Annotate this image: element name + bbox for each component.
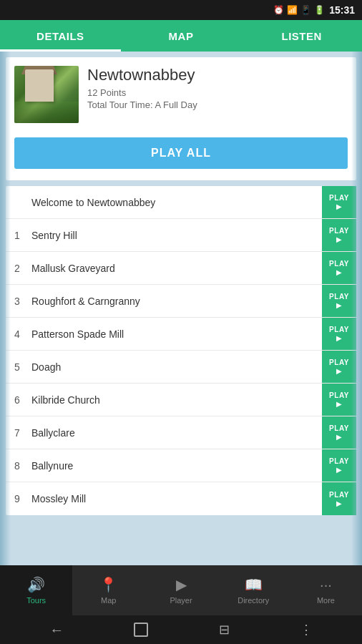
tour-points: 12 Points [87,87,348,98]
item-name: Doagh [31,361,316,373]
play-button-label: PLAY [329,260,349,268]
tour-list-item: 4Patterson Spade MillPLAY▶ [6,318,356,351]
recent-apps-button[interactable]: ⊟ [219,622,230,638]
item-number: 7 [14,427,31,439]
tour-list-item: 6Kilbride ChurchPLAY▶ [6,384,356,416]
item-number: 1 [14,230,31,241]
play-triangle-icon: ▶ [336,301,342,309]
play-triangle-icon: ▶ [336,466,342,474]
item-name: Ballyclare [31,427,316,439]
more-label: More [317,596,335,605]
directory-label: Directory [238,596,269,605]
item-number: 9 [14,493,31,504]
tour-header-card: Newtownabbey 12 Points Total Tour Time: … [6,57,356,180]
options-button[interactable]: ⋮ [300,622,313,638]
item-number: 2 [14,263,31,274]
play-button-label: PLAY [329,227,349,235]
play-triangle-icon: ▶ [336,499,342,507]
bg-right [351,52,362,565]
tour-thumbnail [14,66,79,123]
play-triangle-icon: ▶ [336,235,342,243]
play-icon: ▶ [176,576,187,593]
tour-list-item: Welcome to NewtownabbeyPLAY▶ [6,186,356,219]
tour-list-item: 5DoaghPLAY▶ [6,351,356,384]
map-label: Map [101,596,116,605]
alarm-icon: ⏰ [273,5,284,15]
play-button-label: PLAY [329,358,349,366]
play-button-label: PLAY [329,293,349,301]
tab-listen[interactable]: LISTEN [241,20,362,52]
play-button-label: PLAY [329,326,349,333]
bottom-navigation: 🔊 Tours 📍 Map ▶ Player 📖 Directory ··· M… [0,565,362,615]
play-all-container: PLAY ALL [6,132,356,180]
play-triangle-icon: ▶ [336,203,342,210]
back-button[interactable]: ← [49,622,64,638]
tour-list-item: 3Roughfort & CarngrannyPLAY▶ [6,285,356,318]
play-all-button[interactable]: PLAY ALL [14,137,348,169]
building-decoration [21,66,57,74]
book-icon: 📖 [245,576,263,593]
player-label: Player [170,596,192,605]
item-name: Kilbride Church [31,394,316,406]
play-button-label: PLAY [329,457,349,465]
item-name: Patterson Spade Mill [31,328,316,340]
bg-left [0,52,11,565]
tour-title: Newtownabbey [87,66,348,84]
tour-list: Welcome to NewtownabbeyPLAY▶1Sentry Hill… [6,186,356,515]
play-button-label: PLAY [329,194,349,202]
system-navigation: ← ⊟ ⋮ [0,615,362,644]
bottom-nav-directory[interactable]: 📖 Directory [217,565,290,615]
battery-icon: 🔋 [314,5,325,15]
bottom-nav-map[interactable]: 📍 Map [72,565,145,615]
status-icons: ⏰ 📶 📱 🔋 [273,5,325,15]
play-triangle-icon: ▶ [336,400,342,408]
item-number: 5 [14,361,31,373]
tour-list-item: 1Sentry HillPLAY▶ [6,219,356,252]
tour-list-item: 2Mallusk GraveyardPLAY▶ [6,252,356,285]
tour-list-item: 9Mossley MillPLAY▶ [6,482,356,515]
wifi-icon: 📶 [287,5,298,15]
item-number: 8 [14,460,31,472]
bottom-nav-tours[interactable]: 🔊 Tours [0,565,72,615]
play-button-label: PLAY [329,424,349,432]
tour-list-item: 7BallyclarePLAY▶ [6,416,356,449]
play-button-label: PLAY [329,391,349,399]
tour-list-item: 8BallynurePLAY▶ [6,449,356,482]
top-navigation: DETAILS MAP LISTEN [0,20,362,52]
tour-info: Newtownabbey 12 Points Total Tour Time: … [87,66,348,110]
status-bar: ⏰ 📶 📱 🔋 15:31 [0,0,362,20]
item-name: Mossley Mill [31,493,316,504]
tab-details[interactable]: DETAILS [0,20,121,52]
item-name: Ballynure [31,460,316,472]
tours-label: Tours [26,596,46,605]
main-content: Newtownabbey 12 Points Total Tour Time: … [0,52,362,565]
item-name: Roughfort & Carngranny [31,296,316,307]
play-triangle-icon: ▶ [336,433,342,441]
tour-header: Newtownabbey 12 Points Total Tour Time: … [6,57,356,132]
bottom-nav-more[interactable]: ··· More [290,565,362,615]
home-button[interactable] [134,623,148,637]
play-triangle-icon: ▶ [336,334,342,342]
item-name: Welcome to Newtownabbey [31,197,316,208]
play-triangle-icon: ▶ [336,268,342,276]
more-icon: ··· [320,577,332,593]
map-pin-icon: 📍 [99,576,117,593]
signal-icon: 📱 [300,5,311,15]
bottom-nav-player[interactable]: ▶ Player [145,565,217,615]
tab-map[interactable]: MAP [121,20,242,52]
item-name: Sentry Hill [31,230,316,241]
item-name: Mallusk Graveyard [31,263,316,274]
item-number: 4 [14,328,31,340]
play-button-label: PLAY [329,491,349,499]
item-number: 3 [14,296,31,307]
tour-time: Total Tour Time: A Full Day [87,99,348,110]
item-number: 6 [14,394,31,406]
speaker-icon: 🔊 [27,576,45,593]
status-time: 15:31 [329,4,355,16]
play-triangle-icon: ▶ [336,367,342,375]
